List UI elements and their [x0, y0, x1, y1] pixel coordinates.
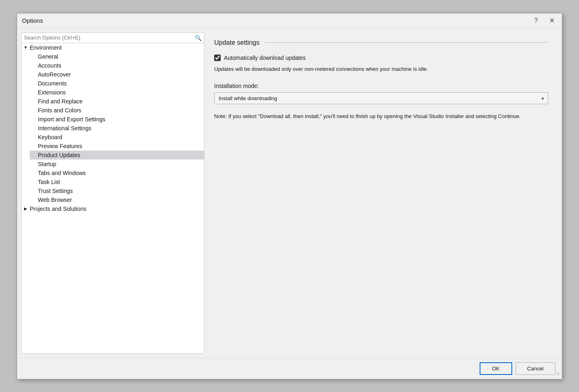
tree-item-accounts[interactable]: Accounts [30, 61, 204, 70]
tree-label-product-updates: Product Updates [38, 152, 204, 158]
auto-download-checkbox[interactable] [214, 55, 221, 61]
tree-label-import-export: Import and Export Settings [38, 116, 204, 123]
title-bar-left: Options [22, 17, 43, 24]
tree-item-general[interactable]: General [30, 52, 204, 61]
tree-label-startup: Startup [38, 161, 204, 167]
title-bar-controls: ? ✕ [532, 17, 557, 25]
dialog-footer: OK Cancel [17, 358, 562, 379]
close-button[interactable]: ✕ [547, 17, 557, 25]
dialog-body: 🔍 ▼ Environment General Acco [17, 28, 562, 358]
tree-item-import-export[interactable]: Import and Export Settings [30, 115, 204, 124]
tree-label-documents: Documents [38, 80, 204, 87]
tree-item-web-browser[interactable]: Web Browser [30, 195, 204, 204]
tree-label-environment: Environment [30, 44, 204, 51]
search-input[interactable] [24, 35, 195, 41]
note-text: Note: If you select "Download all, then … [214, 112, 548, 121]
select-wrapper: Install while downloading Download all, … [214, 92, 548, 104]
tree-item-projects[interactable]: ▶ Projects and Solutions [22, 204, 204, 213]
tree-arrow-environment: ▼ [22, 45, 30, 50]
tree-item-task-list[interactable]: Task List [30, 177, 204, 186]
tree-label-tabs-windows: Tabs and Windows [38, 170, 204, 176]
options-dialog: Options ? ✕ 🔍 ▼ Environment [17, 13, 562, 379]
search-box: 🔍 [22, 33, 204, 43]
tree-label-accounts: Accounts [38, 62, 204, 69]
environment-children: General Accounts AutoRecover Documents [22, 52, 204, 204]
cancel-button[interactable]: Cancel [515, 362, 555, 375]
tree-label-task-list: Task List [38, 179, 204, 185]
tree-item-extensions[interactable]: Extensions [30, 88, 204, 97]
install-mode-select[interactable]: Install while downloading Download all, … [214, 92, 548, 104]
tree-label-trust-settings: Trust Settings [38, 188, 204, 194]
tree-item-international[interactable]: International Settings [30, 124, 204, 133]
title-bar: Options ? ✕ [17, 13, 562, 28]
tree-arrow-projects: ▶ [22, 206, 30, 211]
tree-item-tabs-windows[interactable]: Tabs and Windows [30, 169, 204, 177]
resize-handle-icon[interactable]: ⠿ [557, 372, 559, 377]
tree-item-trust-settings[interactable]: Trust Settings [30, 186, 204, 195]
description-text: Updates will be downloaded only over non… [214, 65, 548, 73]
tree-label-preview-features: Preview Features [38, 143, 204, 149]
right-panel: Update settings Automatically download u… [204, 33, 558, 354]
tree-item-fonts-colors[interactable]: Fonts and Colors [30, 106, 204, 115]
tree-label-keyboard: Keyboard [38, 134, 204, 140]
tree-label-general: General [38, 53, 204, 60]
install-mode-label: Installation mode: [214, 83, 548, 89]
tree-label-international: International Settings [38, 125, 204, 131]
tree-label-web-browser: Web Browser [38, 197, 204, 203]
tree-container[interactable]: ▼ Environment General Accounts A [22, 43, 204, 353]
help-button[interactable]: ? [532, 17, 540, 25]
tree-label-projects: Projects and Solutions [30, 206, 204, 212]
ok-button[interactable]: OK [480, 362, 512, 375]
tree-item-autorecover[interactable]: AutoRecover [30, 70, 204, 79]
checkbox-row: Automatically download updates [214, 55, 548, 61]
section-divider [264, 42, 548, 43]
section-title: Update settings [214, 39, 259, 46]
section-title-row: Update settings [214, 39, 548, 46]
tree-item-startup[interactable]: Startup [30, 160, 204, 169]
tree-item-product-updates[interactable]: Product Updates [30, 151, 204, 160]
tree-item-keyboard[interactable]: Keyboard [30, 133, 204, 142]
dialog-title: Options [22, 17, 43, 24]
tree-item-environment[interactable]: ▼ Environment [22, 43, 204, 52]
checkbox-label: Automatically download updates [224, 55, 306, 61]
tree-item-documents[interactable]: Documents [30, 79, 204, 88]
left-panel: 🔍 ▼ Environment General Acco [21, 33, 204, 354]
tree-label-find-replace: Find and Replace [38, 98, 204, 105]
tree-item-find-replace[interactable]: Find and Replace [30, 97, 204, 106]
tree-label-fonts-colors: Fonts and Colors [38, 107, 204, 114]
search-icon: 🔍 [195, 35, 202, 41]
tree-label-autorecover: AutoRecover [38, 71, 204, 78]
tree-label-extensions: Extensions [38, 89, 204, 96]
tree-item-preview-features[interactable]: Preview Features [30, 142, 204, 151]
